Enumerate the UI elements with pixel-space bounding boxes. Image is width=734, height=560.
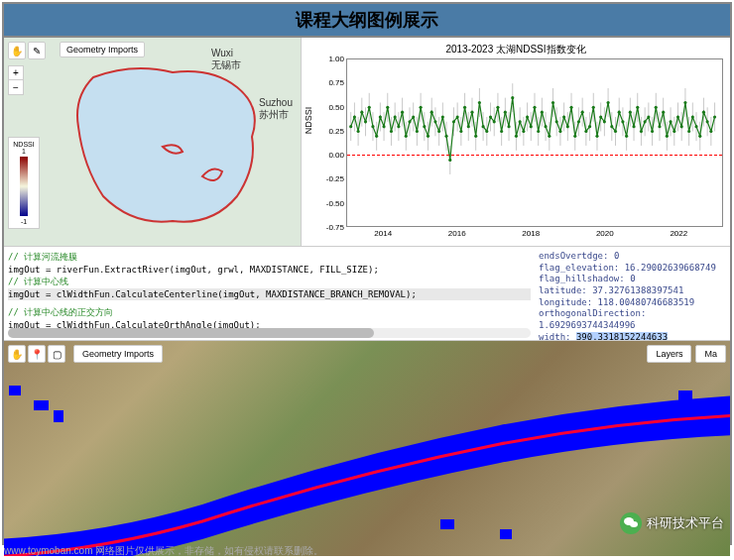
svg-point-152 (541, 111, 544, 114)
svg-rect-204 (500, 529, 512, 539)
chart-title: 2013-2023 太湖NDSSI指数变化 (306, 43, 725, 56)
svg-point-174 (621, 120, 624, 123)
code-comment-2: // 计算中心线 (8, 276, 531, 288)
svg-point-178 (636, 106, 639, 109)
shape-tool-icon[interactable]: ▢ (48, 345, 65, 363)
output-panel: endsOvertdge: 0 flag_elevation: 16.29002… (535, 247, 730, 340)
svg-point-155 (551, 101, 554, 104)
svg-point-168 (599, 115, 602, 118)
marker-tool-icon[interactable]: 📍 (28, 345, 46, 363)
svg-point-134 (474, 135, 477, 138)
zoom-in-icon[interactable]: + (9, 66, 23, 80)
svg-point-162 (577, 120, 580, 123)
code-line-2: imgOut = clWidthFun.CalculateCenterline(… (8, 288, 531, 301)
zoom-out-icon[interactable]: − (9, 80, 23, 94)
map-panel[interactable]: ✋ ✎ Geometry Imports + − Wuxi无锡市 Suzhou苏… (4, 38, 302, 246)
geometry-imports-button[interactable]: Geometry Imports (60, 42, 145, 57)
svg-point-172 (614, 130, 617, 133)
svg-point-191 (683, 101, 686, 104)
svg-point-171 (610, 125, 613, 128)
svg-point-161 (573, 135, 576, 138)
svg-point-182 (651, 130, 654, 133)
wechat-icon (620, 512, 642, 534)
svg-rect-202 (54, 410, 63, 422)
svg-point-110 (386, 106, 389, 109)
svg-point-136 (482, 125, 485, 128)
svg-point-127 (448, 159, 451, 162)
svg-point-175 (625, 135, 628, 138)
x-axis: 20142016201820202022 (346, 227, 723, 247)
svg-point-113 (397, 125, 400, 128)
svg-point-120 (423, 125, 426, 128)
svg-point-141 (500, 130, 503, 133)
svg-point-149 (530, 125, 533, 128)
svg-point-179 (640, 130, 643, 133)
y-axis-label: NDSSI (304, 107, 313, 135)
svg-point-131 (463, 106, 466, 109)
draw-tool-icon[interactable]: ✎ (28, 42, 46, 59)
code-comment-1: // 计算河流掩膜 (8, 251, 531, 264)
svg-point-194 (694, 125, 697, 128)
svg-point-193 (691, 115, 694, 118)
svg-point-151 (537, 130, 540, 133)
svg-point-158 (562, 115, 565, 118)
svg-point-150 (533, 106, 536, 109)
svg-point-101 (353, 115, 356, 118)
svg-point-177 (632, 125, 635, 128)
svg-point-184 (658, 125, 661, 128)
svg-point-119 (420, 106, 423, 109)
horizontal-scrollbar[interactable] (8, 328, 531, 338)
svg-point-197 (706, 120, 709, 123)
svg-point-129 (456, 115, 459, 118)
geometry-imports-button[interactable]: Geometry Imports (73, 345, 163, 363)
scrollbar-thumb[interactable] (8, 328, 374, 338)
lake-outline (63, 57, 272, 236)
map-toggle-button[interactable]: Ma (695, 345, 726, 363)
svg-point-140 (496, 106, 499, 109)
svg-point-107 (375, 135, 378, 138)
footer-watermark: www.toymoban.com 网络图片仅供展示，非存储，如有侵权请联系删除。 (4, 544, 323, 558)
svg-point-103 (360, 111, 363, 114)
hand-tool-icon[interactable]: ✋ (8, 42, 26, 59)
svg-point-165 (588, 125, 591, 128)
svg-point-146 (519, 120, 522, 123)
svg-point-189 (676, 115, 679, 118)
svg-point-163 (581, 111, 584, 114)
layers-button[interactable]: Layers (647, 345, 691, 363)
svg-point-138 (489, 115, 492, 118)
svg-point-111 (390, 130, 393, 133)
code-panel[interactable]: // 计算河流掩膜 imgOut = riverFun.ExtractRiver… (4, 247, 535, 340)
svg-point-156 (555, 120, 558, 123)
svg-point-188 (673, 130, 675, 133)
svg-point-196 (702, 111, 705, 114)
legend-colorbar (20, 157, 28, 216)
svg-point-132 (467, 125, 470, 128)
svg-point-148 (526, 115, 529, 118)
wechat-label: 科研技术平台 (647, 514, 724, 532)
svg-point-139 (493, 120, 496, 123)
svg-point-187 (669, 120, 672, 123)
svg-point-137 (485, 130, 488, 133)
svg-point-190 (680, 125, 683, 128)
svg-point-106 (371, 125, 374, 128)
svg-point-160 (569, 106, 572, 109)
hand-tool-icon[interactable]: ✋ (8, 345, 26, 363)
chart-panel: 2013-2023 太湖NDSSI指数变化 NDSSI 1.000.750.50… (302, 38, 730, 246)
legend-max: 1 (12, 148, 36, 155)
svg-point-135 (478, 101, 481, 104)
svg-point-198 (709, 130, 712, 133)
svg-point-105 (368, 106, 371, 109)
svg-point-192 (687, 130, 690, 133)
svg-point-173 (618, 111, 621, 114)
svg-point-124 (437, 130, 440, 133)
svg-point-170 (607, 101, 610, 104)
svg-point-186 (666, 135, 669, 138)
svg-point-143 (507, 125, 510, 128)
code-line-1: imgOut = riverFun.ExtractRiver(imgOut, g… (8, 264, 531, 277)
city-label-wuxi: Wuxi无锡市 (211, 48, 241, 72)
svg-point-104 (364, 120, 367, 123)
svg-point-145 (515, 135, 518, 138)
svg-point-153 (545, 125, 548, 128)
svg-point-125 (441, 115, 444, 118)
svg-point-100 (349, 125, 352, 128)
